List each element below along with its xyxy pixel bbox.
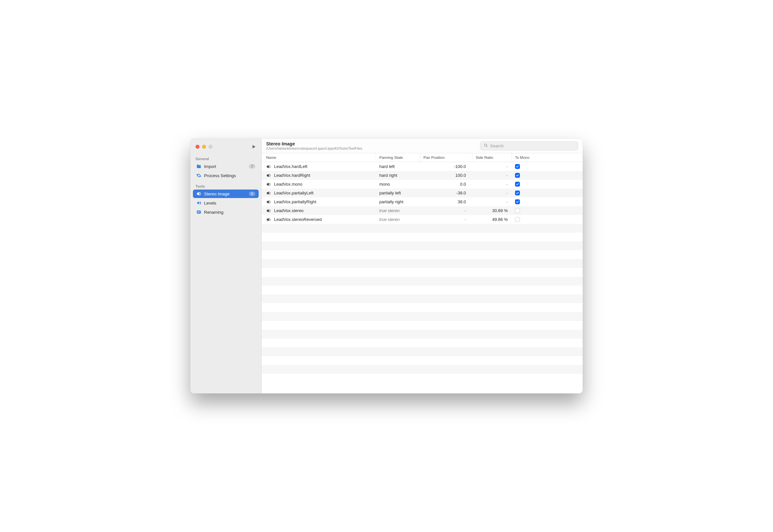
speaker-icon (196, 200, 201, 206)
cell-name: LeadVox.hardLeft (274, 164, 307, 169)
sidebar-section-label: General (190, 153, 261, 162)
empty-row (261, 321, 583, 330)
table-row[interactable]: LeadVox.hardRighthard right100.0- (261, 171, 583, 180)
folder-icon (196, 164, 201, 169)
cell-panning-state: partially left (376, 189, 420, 197)
empty-row (261, 277, 583, 286)
column-panning-state[interactable]: Panning State (376, 153, 420, 162)
sidebar-item-levels[interactable]: Levels (193, 199, 259, 207)
empty-row (261, 303, 583, 312)
table-row[interactable]: LeadVox.partiallyLeftpartially left-38.0… (261, 189, 583, 197)
cell-panning-state: partially right (376, 198, 420, 206)
empty-row (261, 356, 583, 365)
cell-pan-position: -100.0 (420, 163, 473, 170)
cell-pan-position: -38.0 (420, 189, 473, 197)
svg-line-6 (487, 146, 488, 147)
app-window: GeneralImport7Process SettingsToolsStere… (190, 139, 583, 393)
zoom-button[interactable] (209, 145, 212, 149)
page-subtitle: /Users/fabianklinke/codespace/Lippo/Lipp… (266, 146, 362, 150)
cell-panning-state: hard left (376, 163, 420, 170)
cell-side-ratio: - (473, 172, 512, 179)
empty-row (261, 339, 583, 347)
cell-name: LeadVox.stereoReversed (274, 217, 322, 222)
table-row[interactable]: LeadVox.stereotrue stereo-30.69 % (261, 206, 583, 215)
cell-name: LeadVox.mono (274, 182, 302, 187)
column-name[interactable]: Name (261, 153, 376, 162)
cell-side-ratio: 30.69 % (473, 207, 512, 214)
table-row[interactable]: LeadVox.stereoReversedtrue stereo-49.86 … (261, 215, 583, 224)
svg-rect-3 (197, 211, 200, 212)
empty-row (261, 347, 583, 356)
sidebar-item-import[interactable]: Import7 (193, 162, 259, 171)
window-controls (195, 145, 212, 149)
cell-pan-position: 38.0 (420, 198, 473, 206)
cell-panning-state: true stereo (376, 216, 420, 223)
to-mono-checkbox[interactable] (515, 217, 520, 222)
cell-pan-position: - (420, 216, 473, 223)
sidebar-badge: 5 (249, 191, 255, 196)
to-mono-checkbox[interactable] (515, 191, 520, 195)
sidebar-item-label: Stereo Image (204, 191, 229, 196)
toolbar: Stereo Image /Users/fabianklinke/codespa… (261, 139, 583, 153)
svg-point-5 (485, 144, 487, 146)
main-panel: Stereo Image /Users/fabianklinke/codespa… (261, 139, 583, 393)
minimize-button[interactable] (202, 145, 206, 149)
cell-side-ratio: - (473, 180, 512, 188)
empty-row (261, 286, 583, 294)
play-button[interactable] (251, 144, 257, 150)
stereo-icon (266, 200, 271, 204)
stereo-icon (266, 182, 271, 187)
sidebar-item-label: Import (204, 164, 216, 169)
empty-row (261, 224, 583, 233)
svg-rect-2 (197, 210, 201, 213)
column-side-ratio[interactable]: Side Ratio (473, 153, 512, 162)
cell-side-ratio: - (473, 189, 512, 197)
cell-name: LeadVox.partiallyLeft (274, 191, 313, 195)
to-mono-checkbox[interactable] (515, 173, 520, 178)
empty-row (261, 233, 583, 241)
svg-rect-4 (197, 212, 199, 213)
table-row[interactable]: LeadVox.partiallyRightpartially right38.… (261, 197, 583, 206)
stereo-icon (266, 173, 271, 178)
table-row[interactable]: LeadVox.monomono0.0- (261, 180, 583, 189)
page-title: Stereo Image (266, 141, 362, 146)
cell-name: LeadVox.stereo (274, 208, 303, 213)
close-button[interactable] (195, 145, 199, 149)
gears-icon (196, 173, 201, 178)
empty-row (261, 268, 583, 277)
sidebar-item-label: Renaming (204, 210, 223, 215)
stereo-icon (266, 217, 271, 222)
cell-side-ratio: - (473, 198, 512, 206)
empty-row (261, 259, 583, 268)
empty-row (261, 294, 583, 303)
titlebar (190, 139, 261, 153)
to-mono-checkbox[interactable] (515, 164, 520, 169)
table-row[interactable]: LeadVox.hardLefthard left-100.0- (261, 162, 583, 171)
empty-row (261, 330, 583, 339)
column-to-mono[interactable]: To Mono (512, 153, 576, 162)
cell-name: LeadVox.partiallyRight (274, 199, 316, 204)
cell-panning-state: hard right (376, 172, 420, 179)
stereo-icon (266, 164, 271, 169)
cell-side-ratio: 49.86 % (473, 216, 512, 223)
cell-pan-position: 100.0 (420, 172, 473, 179)
to-mono-checkbox[interactable] (515, 199, 520, 204)
sidebar-item-renaming[interactable]: Renaming (193, 208, 259, 216)
cell-side-ratio: - (473, 163, 512, 170)
sidebar-item-label: Process Settings (204, 173, 236, 178)
sidebar-item-label: Levels (204, 201, 216, 206)
sidebar-item-process[interactable]: Process Settings (193, 171, 259, 180)
search-input[interactable] (490, 143, 575, 148)
sidebar-item-stereo[interactable]: Stereo Image5 (193, 190, 259, 198)
to-mono-checkbox[interactable] (515, 182, 520, 187)
search-icon (484, 143, 488, 149)
cell-name: LeadVox.hardRight (274, 173, 310, 178)
table-header: Name Panning State Pan Position Side Rat… (261, 153, 583, 162)
to-mono-checkbox[interactable] (515, 208, 520, 213)
empty-row (261, 312, 583, 321)
cell-pan-position: 0.0 (420, 180, 473, 188)
column-pan-position[interactable]: Pan Position (420, 153, 473, 162)
stereo-icon (196, 191, 201, 196)
text-icon (196, 209, 201, 215)
search-field[interactable] (480, 141, 578, 150)
